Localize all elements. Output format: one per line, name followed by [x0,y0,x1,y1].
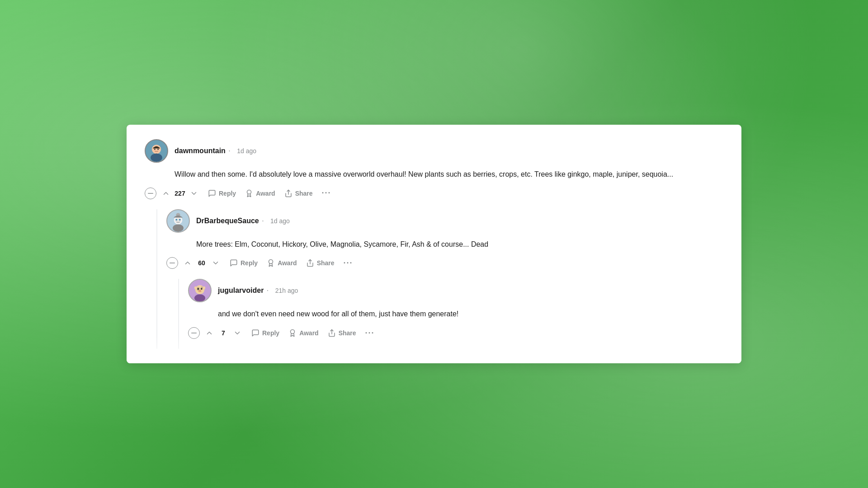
share-btn-1[interactable]: Share [281,187,316,200]
nested-comment-1: DrBarbequeSauce · 1d ago More trees: Elm… [166,209,723,349]
svg-point-25 [198,288,199,290]
username-jugular: jugularvoider [218,286,264,294]
svg-point-5 [157,149,159,150]
username-dawnmountain: dawnmountain [175,147,226,155]
comment-2-body: More trees: Elm, Coconut, Hickory, Olive… [196,239,723,250]
award-btn-2[interactable]: Award [263,256,301,270]
collapse-btn-3[interactable] [188,327,200,339]
vote-count-2: 60 [196,259,207,267]
collapse-btn-1[interactable] [145,188,156,199]
svg-point-29 [200,291,201,291]
comment-3-actions: 7 Reply [188,326,723,340]
nested-thread-1: DrBarbequeSauce · 1d ago More trees: Elm… [156,209,723,349]
thread-line-2 [178,279,179,349]
svg-point-4 [154,149,156,150]
comment-3-meta: jugularvoider · 21h ago [218,286,298,295]
comment-1-body: Willow and then some. I'd absolutely lov… [175,169,723,180]
comment-3: jugularvoider · 21h ago and we don't eve… [188,279,723,349]
comment-2: DrBarbequeSauce · 1d ago More trees: Elm… [166,209,723,349]
svg-point-14 [179,219,181,221]
upvote-btn-3[interactable] [203,327,215,339]
more-btn-2[interactable]: ··· [340,257,357,270]
avatar-dawnmountain [145,139,168,163]
svg-point-26 [201,288,202,290]
comment-2-actions: 60 Reply Award [166,256,723,270]
svg-point-11 [173,224,184,232]
comment-2-meta: DrBarbequeSauce · 1d ago [196,217,290,225]
award-btn-1[interactable]: Award [241,187,279,200]
svg-point-2 [151,153,162,161]
svg-point-21 [194,295,205,302]
thread-line-1 [156,209,157,349]
vote-section-2: 60 [182,257,222,269]
downvote-btn-2[interactable] [210,257,222,269]
nested-thread-2: jugularvoider · 21h ago and we don't eve… [178,279,723,349]
share-btn-2[interactable]: Share [302,256,338,270]
more-btn-3[interactable]: ··· [362,327,378,340]
vote-count-3: 7 [218,329,229,337]
vote-count-1: 227 [175,190,185,197]
avatar-jugular [188,279,212,302]
more-btn-1[interactable]: ··· [318,187,335,200]
comments-card: dawnmountain · 1d ago Willow and then so… [127,125,741,363]
timestamp-2: 1d ago [270,217,290,225]
svg-point-28 [199,291,200,291]
share-btn-3[interactable]: Share [324,326,360,340]
username-drbarb: DrBarbequeSauce [196,217,259,225]
comment-1-header: dawnmountain · 1d ago [145,139,723,163]
nested-comment-2: jugularvoider · 21h ago and we don't eve… [188,279,723,349]
collapse-btn-2[interactable] [166,257,178,269]
reply-btn-3[interactable]: Reply [248,326,283,340]
comment-1-actions: 227 Reply Award Share ··· [145,187,723,200]
reply-btn-2[interactable]: Reply [226,256,261,270]
award-btn-3[interactable]: Award [285,326,322,340]
svg-point-27 [198,290,201,293]
svg-point-13 [175,219,177,221]
comment-1: dawnmountain · 1d ago Willow and then so… [145,139,723,349]
downvote-btn-1[interactable] [188,188,200,199]
downvote-btn-3[interactable] [231,327,243,339]
avatar-drbarb [166,209,190,233]
timestamp-1: 1d ago [237,147,256,155]
vote-section-1: 227 [160,188,200,199]
upvote-btn-1[interactable] [160,188,172,199]
comment-1-meta: dawnmountain · 1d ago [175,147,256,155]
timestamp-3: 21h ago [275,287,298,294]
upvote-btn-2[interactable] [182,257,193,269]
comment-3-body: and we don't even need new wood for all … [218,309,723,320]
vote-section-3: 7 [203,327,243,339]
reply-btn-1[interactable]: Reply [204,187,240,200]
comment-3-header: jugularvoider · 21h ago [188,279,723,302]
comment-2-header: DrBarbequeSauce · 1d ago [166,209,723,233]
